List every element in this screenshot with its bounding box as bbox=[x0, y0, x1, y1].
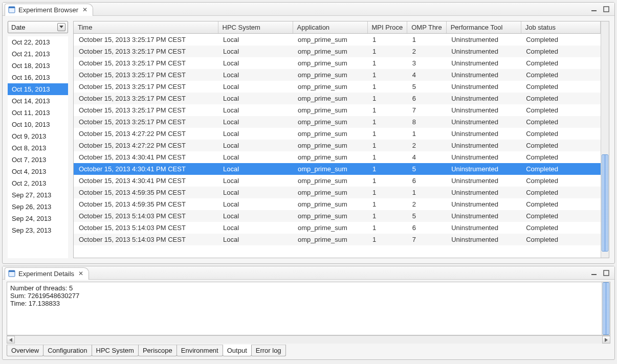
experiment-table[interactable]: TimeHPC SystemApplicationMPI ProceOMP Th… bbox=[74, 21, 601, 245]
cell-mpi: 1 bbox=[367, 46, 407, 57]
date-item[interactable]: Oct 10, 2013 bbox=[8, 119, 68, 130]
cell-mpi: 1 bbox=[367, 81, 407, 93]
column-header[interactable]: MPI Proce bbox=[367, 21, 407, 34]
table-row[interactable]: October 15, 2013 3:25:17 PM CESTLocalomp… bbox=[74, 116, 601, 128]
date-item[interactable]: Oct 18, 2013 bbox=[8, 60, 68, 72]
cell-mpi: 1 bbox=[367, 34, 407, 46]
table-row[interactable]: October 15, 2013 3:25:17 PM CESTLocalomp… bbox=[74, 46, 601, 57]
cell-tool: Uninstrumented bbox=[446, 57, 521, 69]
table-row[interactable]: October 15, 2013 3:25:17 PM CESTLocalomp… bbox=[74, 104, 601, 116]
date-item[interactable]: Oct 11, 2013 bbox=[8, 107, 68, 119]
cell-omp: 8 bbox=[407, 116, 446, 128]
details-subtab[interactable]: Periscope bbox=[138, 345, 177, 356]
cell-status: Completed bbox=[521, 34, 600, 46]
close-icon[interactable]: ✕ bbox=[81, 6, 89, 13]
minimize-icon[interactable] bbox=[590, 6, 598, 13]
date-item[interactable]: Sep 26, 2013 bbox=[8, 201, 68, 213]
minimize-icon[interactable] bbox=[590, 269, 598, 277]
cell-mpi: 1 bbox=[367, 93, 407, 104]
horizontal-scrollbar[interactable] bbox=[7, 335, 610, 344]
browser-tab[interactable]: Experiment Browser ✕ bbox=[5, 4, 93, 16]
date-list[interactable]: Oct 22, 2013Oct 21, 2013Oct 18, 2013Oct … bbox=[8, 36, 68, 258]
details-subtab[interactable]: HPC System bbox=[92, 345, 139, 356]
cell-mpi: 1 bbox=[367, 128, 407, 140]
table-row[interactable]: October 15, 2013 3:25:17 PM CESTLocalomp… bbox=[74, 57, 601, 69]
vertical-scrollbar[interactable] bbox=[602, 282, 610, 335]
column-header[interactable]: Job status bbox=[521, 21, 600, 34]
table-row[interactable]: October 15, 2013 5:14:03 PM CESTLocalomp… bbox=[74, 234, 601, 245]
maximize-icon[interactable] bbox=[602, 6, 610, 13]
cell-mpi: 1 bbox=[367, 116, 407, 128]
cell-omp: 5 bbox=[407, 163, 446, 175]
date-item[interactable]: Sep 24, 2013 bbox=[8, 213, 68, 224]
table-row[interactable]: October 15, 2013 4:59:35 PM CESTLocalomp… bbox=[74, 198, 601, 210]
date-item[interactable]: Sep 23, 2013 bbox=[8, 224, 68, 236]
date-item[interactable]: Oct 22, 2013 bbox=[8, 36, 68, 48]
cell-mpi: 1 bbox=[367, 198, 407, 210]
cell-status: Completed bbox=[521, 81, 600, 93]
cell-time: October 15, 2013 3:25:17 PM CEST bbox=[74, 34, 218, 46]
cell-hpc: Local bbox=[218, 104, 293, 116]
details-tab[interactable]: Experiment Details ✕ bbox=[5, 267, 89, 280]
vertical-scrollbar[interactable] bbox=[601, 21, 609, 258]
cell-hpc: Local bbox=[218, 163, 293, 175]
chevron-down-icon[interactable] bbox=[57, 23, 65, 31]
output-text[interactable]: Number of threads: 5 Sum: 72619548630277… bbox=[7, 282, 602, 335]
cell-tool: Uninstrumented bbox=[446, 46, 521, 57]
table-row[interactable]: October 15, 2013 4:27:22 PM CESTLocalomp… bbox=[74, 128, 601, 140]
table-row[interactable]: October 15, 2013 4:30:41 PM CESTLocalomp… bbox=[74, 175, 601, 187]
cell-app: omp_prime_sum bbox=[293, 234, 367, 245]
date-item[interactable]: Sep 27, 2013 bbox=[8, 189, 68, 201]
date-item[interactable]: Oct 21, 2013 bbox=[8, 48, 68, 60]
scrollbar-thumb[interactable] bbox=[602, 154, 608, 252]
date-item[interactable]: Oct 8, 2013 bbox=[8, 142, 68, 154]
cell-tool: Uninstrumented bbox=[446, 69, 521, 81]
column-header[interactable]: Time bbox=[74, 21, 218, 34]
filter-select[interactable]: Date bbox=[8, 21, 68, 33]
maximize-icon[interactable] bbox=[602, 269, 610, 277]
column-header[interactable]: Performance Tool bbox=[446, 21, 521, 34]
details-subtab[interactable]: Error log bbox=[251, 345, 286, 356]
date-item[interactable]: Oct 4, 2013 bbox=[8, 166, 68, 177]
details-subtab[interactable]: Configuration bbox=[43, 345, 92, 356]
date-item[interactable]: Oct 7, 2013 bbox=[8, 154, 68, 166]
column-header[interactable]: Application bbox=[293, 21, 367, 34]
table-row[interactable]: October 15, 2013 4:59:35 PM CESTLocalomp… bbox=[74, 187, 601, 198]
cell-tool: Uninstrumented bbox=[446, 222, 521, 234]
table-row[interactable]: October 15, 2013 4:30:41 PM CESTLocalomp… bbox=[74, 151, 601, 163]
details-subtab[interactable]: Overview bbox=[7, 345, 43, 356]
date-item[interactable]: Oct 14, 2013 bbox=[8, 95, 68, 107]
table-header-row[interactable]: TimeHPC SystemApplicationMPI ProceOMP Th… bbox=[74, 21, 601, 34]
column-header[interactable]: HPC System bbox=[218, 21, 293, 34]
details-subtab[interactable]: Environment bbox=[177, 345, 223, 356]
svg-rect-6 bbox=[591, 274, 597, 275]
date-item[interactable]: Oct 9, 2013 bbox=[8, 130, 68, 142]
date-item[interactable]: Oct 15, 2013 bbox=[8, 83, 68, 95]
cell-app: omp_prime_sum bbox=[293, 46, 367, 57]
table-row[interactable]: October 15, 2013 4:30:41 PM CESTLocalomp… bbox=[74, 163, 601, 175]
close-icon[interactable]: ✕ bbox=[77, 270, 84, 277]
cell-tool: Uninstrumented bbox=[446, 34, 521, 46]
table-row[interactable]: October 15, 2013 3:25:17 PM CESTLocalomp… bbox=[74, 93, 601, 104]
table-row[interactable]: October 15, 2013 3:25:17 PM CESTLocalomp… bbox=[74, 81, 601, 93]
table-row[interactable]: October 15, 2013 4:27:22 PM CESTLocalomp… bbox=[74, 140, 601, 151]
table-row[interactable]: October 15, 2013 3:25:17 PM CESTLocalomp… bbox=[74, 69, 601, 81]
details-subtab[interactable]: Output bbox=[223, 345, 252, 356]
table-row[interactable]: October 15, 2013 5:14:03 PM CESTLocalomp… bbox=[74, 222, 601, 234]
scroll-left-icon[interactable] bbox=[7, 336, 15, 344]
cell-time: October 15, 2013 5:14:03 PM CEST bbox=[74, 210, 218, 222]
scroll-right-icon[interactable] bbox=[602, 336, 610, 344]
window-icon bbox=[8, 270, 15, 277]
date-item[interactable]: Oct 16, 2013 bbox=[8, 72, 68, 83]
cell-tool: Uninstrumented bbox=[446, 175, 521, 187]
filter-select-label: Date bbox=[11, 24, 25, 31]
cell-mpi: 1 bbox=[367, 210, 407, 222]
cell-mpi: 1 bbox=[367, 57, 407, 69]
date-item[interactable]: Oct 2, 2013 bbox=[8, 177, 68, 189]
table-row[interactable]: October 15, 2013 5:14:03 PM CESTLocalomp… bbox=[74, 210, 601, 222]
table-row[interactable]: October 15, 2013 3:25:17 PM CESTLocalomp… bbox=[74, 34, 601, 46]
cell-time: October 15, 2013 3:25:17 PM CEST bbox=[74, 116, 218, 128]
column-header[interactable]: OMP Thre bbox=[407, 21, 446, 34]
scrollbar-thumb[interactable] bbox=[603, 282, 609, 335]
cell-status: Completed bbox=[521, 187, 600, 198]
